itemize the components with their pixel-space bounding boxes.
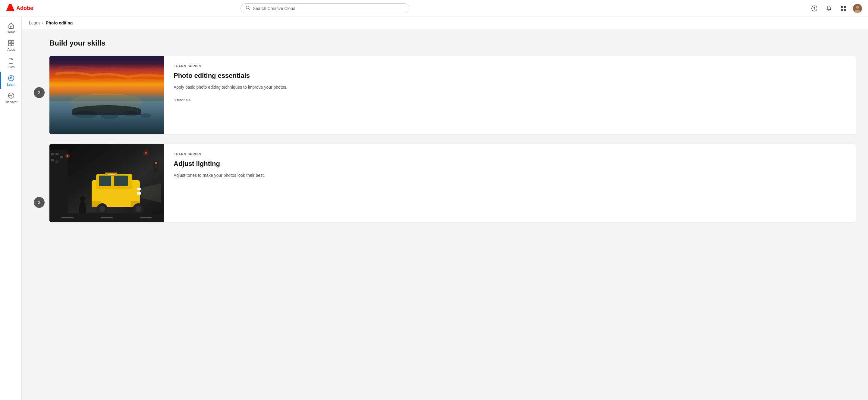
svg-rect-63 (61, 217, 73, 219)
svg-point-20 (10, 77, 12, 79)
grid-apps-button[interactable] (838, 4, 848, 13)
svg-text:BN339: BN339 (108, 173, 115, 176)
svg-rect-59 (137, 192, 141, 195)
learn-card-1[interactable]: LEARN SERIES Photo editing essentials Ap… (50, 56, 856, 134)
svg-rect-39 (51, 159, 54, 162)
sidebar-learn-label: Learn (7, 83, 16, 86)
svg-rect-7 (841, 6, 843, 8)
svg-rect-48 (99, 176, 111, 186)
svg-point-34 (141, 113, 151, 118)
home-icon (8, 22, 14, 29)
taxi-image: BN339 (50, 144, 164, 222)
svg-point-45 (143, 150, 149, 156)
sidebar-item-apps[interactable]: Apps (0, 37, 22, 54)
side-nav-number-2[interactable]: 2 (34, 87, 44, 98)
svg-rect-18 (11, 44, 14, 46)
side-nav: 2 3 (34, 39, 44, 390)
adobe-logo-icon (6, 4, 14, 13)
search-input[interactable] (253, 6, 404, 11)
svg-point-57 (135, 206, 141, 212)
sunset-image (50, 56, 164, 134)
header-actions: ? (809, 4, 862, 13)
svg-point-25 (8, 93, 14, 98)
notifications-button[interactable] (824, 4, 834, 13)
svg-rect-17 (8, 44, 11, 46)
svg-rect-65 (140, 217, 152, 219)
sidebar-item-files[interactable]: Files (0, 54, 22, 72)
sidebar-files-label: Files (7, 65, 14, 69)
sidebar: Home Apps Files (0, 17, 22, 400)
app-body: Home Apps Files (0, 17, 868, 400)
svg-rect-41 (60, 156, 63, 159)
svg-point-31 (73, 111, 98, 118)
adobe-text-label: Adobe (16, 5, 33, 11)
svg-point-67 (155, 162, 157, 164)
learn-card-2[interactable]: BN339 (50, 144, 856, 222)
card-2-series-label: LEARN SERIES (174, 152, 265, 156)
help-button[interactable]: ? (809, 4, 819, 13)
svg-rect-38 (56, 153, 59, 155)
section-title: Build your skills (50, 39, 856, 47)
svg-rect-16 (11, 40, 14, 43)
svg-point-30 (70, 93, 143, 112)
card-1-meta: 5 tutorials (174, 98, 287, 102)
card-content-1: LEARN SERIES Photo editing essentials Ap… (164, 56, 297, 134)
card-1-series-label: LEARN SERIES (174, 64, 287, 68)
search-icon (246, 5, 250, 11)
svg-rect-40 (56, 161, 59, 163)
breadcrumb-learn-link[interactable]: Learn (29, 21, 40, 25)
svg-rect-9 (841, 9, 843, 11)
svg-rect-64 (101, 217, 113, 219)
svg-point-27 (10, 94, 13, 97)
sidebar-discover-label: Discover (5, 100, 18, 104)
svg-point-32 (101, 113, 119, 119)
svg-point-55 (99, 206, 105, 212)
discover-icon (8, 92, 14, 99)
card-1-description: Apply basic photo editing techniques to … (174, 84, 287, 90)
content-area: 2 3 Build your skills (22, 29, 868, 400)
sidebar-item-home[interactable]: Home (0, 19, 22, 37)
svg-line-4 (249, 9, 250, 10)
svg-point-43 (65, 153, 70, 159)
search-bar (241, 3, 409, 13)
main-area: Learn › Photo editing 2 3 Build your ski… (22, 17, 868, 400)
avatar[interactable] (853, 4, 862, 13)
svg-rect-37 (51, 153, 54, 155)
learn-icon (8, 75, 14, 81)
svg-point-61 (80, 196, 85, 201)
svg-rect-28 (50, 56, 164, 107)
svg-point-26 (10, 95, 12, 96)
sidebar-home-label: Home (7, 30, 16, 34)
svg-rect-8 (844, 6, 846, 8)
header: Adobe ? (0, 0, 868, 17)
search-input-wrapper[interactable] (241, 3, 409, 13)
breadcrumb-current: Photo editing (46, 21, 73, 25)
card-2-title: Adjust lighting (174, 160, 265, 168)
card-2-description: Adjust tones to make your photos look th… (174, 172, 265, 178)
breadcrumb-bar: Learn › Photo editing (22, 17, 868, 29)
svg-text:?: ? (813, 7, 815, 11)
svg-point-33 (123, 111, 138, 116)
card-1-title: Photo editing essentials (174, 72, 287, 80)
files-icon (8, 57, 14, 64)
svg-point-12 (856, 6, 859, 9)
cards-area: Build your skills (50, 39, 856, 390)
svg-rect-58 (137, 188, 141, 190)
svg-rect-14 (10, 26, 12, 28)
svg-rect-10 (844, 9, 846, 11)
sidebar-item-discover[interactable]: Discover (0, 89, 22, 107)
sidebar-apps-label: Apps (7, 48, 15, 51)
adobe-logo[interactable]: Adobe (6, 4, 33, 13)
card-image-2: BN339 (50, 144, 164, 222)
svg-rect-29 (50, 101, 164, 134)
side-nav-number-3[interactable]: 3 (34, 197, 44, 208)
svg-point-68 (155, 165, 157, 168)
breadcrumb-separator: › (42, 21, 43, 25)
card-image-1 (50, 56, 164, 134)
svg-rect-49 (114, 176, 128, 186)
svg-rect-15 (8, 40, 11, 43)
sidebar-item-learn[interactable]: Learn (0, 72, 22, 89)
card-content-2: LEARN SERIES Adjust lighting Adjust tone… (164, 144, 275, 222)
apps-icon (8, 40, 14, 47)
